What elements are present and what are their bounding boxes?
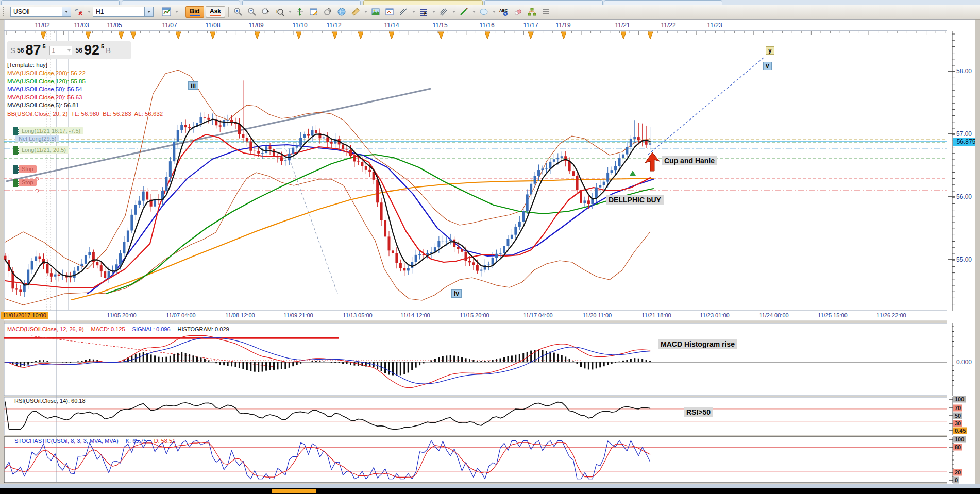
position-badge[interactable]: Long(11/21, 20.5)	[19, 146, 69, 154]
time-label: 11/14 12:00	[400, 312, 430, 318]
trading-station-window: USOil H1 Bid Ask	[0, 0, 980, 494]
time-label: 11/15 20:00	[460, 312, 489, 318]
macd-header-part: MACD(USOil.Close, 12, 26, 9)	[7, 326, 84, 332]
rsi-scale-badge: 50	[953, 413, 962, 419]
date-label: 11/19	[555, 22, 570, 29]
annotation-text[interactable]: Cup and Hanle	[662, 156, 717, 165]
time-label: 11/13 05:00	[343, 312, 372, 318]
bollinger-label: BB(USOil.Close, 20, 2) TL: 56.980 BL: 56…	[7, 111, 163, 117]
mva-label: MVA(USOil.Close,200): 56.22	[7, 70, 86, 76]
buy-price-small: 56	[76, 47, 82, 54]
date-label: 11/07	[162, 22, 177, 29]
date-label: 11/15	[432, 22, 447, 29]
stoch-scale-badge: 100	[953, 436, 966, 443]
amount-combo[interactable]: 1	[49, 46, 72, 55]
annotation-text[interactable]: MACD Histogram rise	[658, 339, 737, 349]
rsi-scale-badge: 100	[953, 396, 966, 403]
date-label: 11/08	[205, 22, 220, 29]
stoch-scale-badge: 80	[953, 444, 962, 451]
macd-panel-bg	[4, 323, 947, 396]
buy-price-pip: 5	[101, 43, 104, 49]
sell-price-big[interactable]: 87	[25, 43, 41, 57]
time-label: 11/23 01:00	[700, 312, 729, 318]
rsi-scale-badge: 70	[953, 405, 962, 412]
main-chart-bg	[4, 31, 947, 311]
time-label: 11/08 12:00	[225, 312, 255, 318]
stop-order-badge[interactable]: Stop	[19, 179, 37, 186]
template-label: [Template: huy]	[7, 62, 47, 68]
stoch-header-part: STOCHASTIC(USOil, 8, 3, 3, MVA, MVA)	[14, 438, 119, 444]
date-label: 11/12	[326, 22, 341, 29]
stoch-header: STOCHASTIC(USOil, 8, 3, 3, MVA, MVA)K: 6…	[14, 438, 182, 444]
time-label: 11/17 04:00	[523, 312, 552, 318]
wave-label-y[interactable]: y	[766, 46, 774, 55]
amount-value: 1	[52, 47, 55, 54]
mva-label: MVA(USOil.Close,120): 55.85	[7, 78, 86, 84]
time-axis-selected-label[interactable]: 11/01/2017 10:00	[1, 312, 48, 319]
chart-canvas[interactable]	[0, 0, 980, 494]
sell-price-pip: 5	[42, 43, 45, 49]
wave-label-iii[interactable]: iii	[188, 81, 198, 90]
date-label: 11/10	[292, 22, 307, 29]
rsi-scale-badge: 0.45	[953, 428, 967, 434]
time-label: 11/20 11:00	[583, 312, 612, 318]
time-label: 11/21 18:00	[641, 312, 671, 318]
bottom-scroll-strip[interactable]	[0, 484, 980, 488]
date-label: 11/05	[107, 22, 122, 29]
mva-label: MVA(USOil.Close,5): 56.81	[7, 102, 79, 108]
date-label: 11/14	[384, 22, 399, 29]
annotation-text[interactable]: DELLPHIC bUY	[606, 195, 664, 205]
time-label: 11/25 15:00	[818, 312, 847, 318]
panel-splitter	[4, 321, 975, 323]
macd-header-part: HISTOGRAM: 0.029	[178, 326, 229, 332]
date-label: 11/21	[615, 22, 630, 29]
date-label: 11/23	[707, 22, 722, 29]
stoch-header-part: D: 58.51	[154, 438, 176, 444]
rsi-panel-bg	[4, 397, 947, 435]
sell-price-small: 56	[17, 47, 24, 54]
quote-panel[interactable]: S 56 87 5 1 56 92 5 B	[7, 41, 131, 59]
date-label: 11/09	[248, 22, 263, 29]
time-label: 11/05 20:00	[107, 312, 136, 318]
time-label: 11/24 08:00	[759, 312, 788, 318]
date-label: 11/22	[661, 22, 675, 29]
price-label: 58.00	[956, 67, 972, 75]
date-label: 11/16	[479, 22, 494, 29]
sell-label: S	[10, 46, 15, 55]
rsi-scale-badge: 30	[953, 420, 962, 427]
stoch-scale-badge: 20	[953, 469, 962, 476]
stoch-scale-badge: 0	[953, 477, 959, 484]
wave-label-v[interactable]: v	[763, 62, 772, 70]
macd-header-part: SIGNAL: 0.096	[132, 326, 171, 332]
vertical-scrollbar[interactable]	[975, 20, 980, 484]
time-label: 11/26 22:00	[876, 312, 906, 318]
taskbar-item[interactable]	[272, 489, 316, 493]
stoch-header-part: K: 65.75	[126, 438, 147, 444]
position-badge[interactable]: Net Long(29.5)	[15, 135, 59, 142]
stop-order-badge[interactable]: Stop	[19, 165, 37, 173]
annotation-text[interactable]: RSI>50	[684, 407, 713, 417]
price-label: 56.00	[956, 193, 972, 200]
wave-label-iv[interactable]: iv	[451, 289, 462, 298]
date-label: 11/17	[523, 22, 538, 29]
macd-header: MACD(USOil.Close, 12, 26, 9)MACD: 0.125S…	[7, 326, 236, 332]
rsi-header: RSI(USOil.Close, 14): 60.18	[14, 398, 86, 404]
macd-zero-label: 0.000	[956, 359, 972, 366]
position-badge[interactable]: Long(11/21 16:17, -7.5)	[19, 127, 83, 134]
taskbar	[0, 488, 980, 494]
time-label: 11/09 21:00	[283, 312, 313, 318]
date-label: 11/03	[74, 22, 89, 29]
mva-label: MVA(USOil.Close,50): 56.54	[7, 86, 82, 92]
buy-label: B	[106, 46, 111, 55]
mva-label: MVA(USOil.Close,20): 56.63	[7, 94, 82, 100]
date-label: 11/02	[35, 22, 49, 29]
price-label: 55.00	[956, 256, 972, 263]
price-label: 57.00	[956, 130, 972, 138]
buy-price-big[interactable]: 92	[84, 43, 99, 57]
macd-header-part: MACD: 0.125	[91, 326, 125, 332]
time-label: 11/07 04:00	[166, 312, 195, 318]
